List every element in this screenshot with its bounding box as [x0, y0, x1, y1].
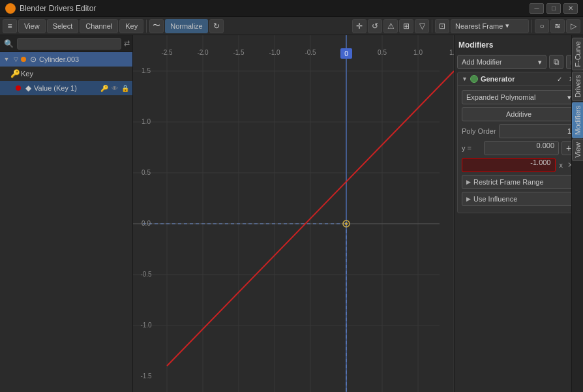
right-panel: Modifiers Add Modifier ▾ ⧉ ⧈ ▼ Generator…	[454, 35, 583, 392]
select-menu[interactable]: Select	[47, 19, 79, 33]
generator-modifier: ▼ Generator ✓ ✕ Expanded Polynomial ▾	[457, 72, 580, 213]
move-icon[interactable]: ✛	[352, 19, 366, 33]
svg-text:1.5: 1.5	[142, 67, 151, 74]
separator-2	[432, 20, 432, 33]
key-menu[interactable]: Key	[119, 19, 143, 33]
additive-label: Additive	[506, 110, 531, 118]
value-icon: ◆	[23, 83, 33, 93]
modifiers-panel: Modifiers Add Modifier ▾ ⧉ ⧈ ▼ Generator…	[455, 35, 583, 392]
normalize-button[interactable]: Normalize	[165, 19, 208, 33]
rotate-icon[interactable]: ↺	[368, 19, 382, 33]
coeff-0-input[interactable]: 0.000	[484, 141, 559, 155]
outliner-item-key[interactable]: 🔑 Key	[0, 67, 132, 81]
influence-label: Use Influence	[473, 195, 517, 203]
y-equals-label: y =	[462, 144, 481, 152]
extra-icon[interactable]: ≋	[550, 19, 565, 33]
search-bar: 🔍 ⇄	[0, 35, 132, 52]
modifier-copy-btn[interactable]: ⧉	[549, 55, 563, 69]
panel-title: Modifiers	[457, 38, 580, 52]
swap-icon[interactable]: ⇄	[124, 39, 130, 48]
view-menu[interactable]: View	[18, 19, 46, 33]
close-button[interactable]: ✕	[563, 3, 578, 14]
snap-icon[interactable]: ⊡	[435, 19, 449, 33]
outliner-item-cylinder[interactable]: ▼ ▽ ⊙ Cylinder.003	[0, 52, 132, 67]
refresh-icon[interactable]: ↻	[209, 19, 224, 33]
separator-3	[531, 20, 532, 33]
visibility-dot	[21, 57, 26, 62]
generator-expand-arrow: ▼	[462, 76, 468, 82]
add-modifier-dropdown[interactable]: Add Modifier ▾	[457, 55, 546, 69]
tab-drivers[interactable]: Drivers	[572, 72, 584, 101]
svg-text:0.5: 0.5	[378, 49, 387, 56]
coeff-1-row: -1.000 x ✕	[462, 158, 576, 172]
graph-svg: 1.5 1.0 0.5 0.0 -0.5 -1.0 -1.5 -2.5 -2.0…	[133, 35, 454, 392]
eye-icon: 👁	[110, 83, 119, 93]
proportional-icon[interactable]: ○	[535, 19, 549, 33]
svg-text:-0.5: -0.5	[140, 271, 152, 278]
key-icon: 🔑	[10, 69, 20, 78]
snapping-dropdown[interactable]: Nearest Frame ▾	[451, 19, 529, 33]
svg-text:-2.0: -2.0	[197, 49, 209, 56]
generator-header: ▼ Generator ✓ ✕	[458, 72, 580, 86]
minimize-button[interactable]: ─	[530, 3, 544, 14]
restrict-arrow: ▶	[466, 179, 471, 185]
filter-icon[interactable]: ▽	[415, 19, 429, 33]
svg-text:-1.0: -1.0	[269, 49, 280, 56]
value-label: Value (Key 1)	[34, 84, 98, 92]
camera-icon[interactable]: ⊞	[399, 19, 413, 33]
y-equals-row: y = 0.000 +	[462, 141, 576, 155]
cylinder-label: Cylinder.003	[39, 55, 130, 63]
graph-icon[interactable]: 〜	[149, 19, 164, 33]
generator-toggle[interactable]	[470, 75, 478, 83]
svg-text:-2.5: -2.5	[161, 49, 173, 56]
add-modifier-arrow: ▾	[538, 58, 542, 67]
tab-fcurve[interactable]: F-Curve	[572, 38, 584, 70]
svg-text:-0.5: -0.5	[305, 49, 316, 56]
window-controls: ─ □ ✕	[530, 3, 578, 14]
outliner-sidebar: 🔍 ⇄ ▼ ▽ ⊙ Cylinder.003 🔑 Key ◆ Value	[0, 35, 133, 392]
warning-icon[interactable]: ⚠	[383, 19, 398, 33]
cylinder-icon: ⊙	[29, 55, 38, 64]
expand-arrow-cylinder: ▼	[3, 55, 10, 63]
channel-menu[interactable]: Channel	[80, 19, 118, 33]
tab-view[interactable]: View	[572, 139, 584, 161]
svg-text:0.0: 0.0	[142, 220, 151, 227]
tab-modifiers[interactable]: Modifiers	[572, 102, 584, 138]
titlebar: Blender Drivers Editor ─ □ ✕	[0, 0, 583, 17]
main-layout: 🔍 ⇄ ▼ ▽ ⊙ Cylinder.003 🔑 Key ◆ Value	[0, 35, 583, 392]
svg-text:1.0: 1.0	[413, 49, 423, 56]
sidebar-toggle[interactable]: ▷	[566, 19, 580, 33]
x-label: x	[560, 161, 563, 169]
outliner-item-value[interactable]: ◆ Value (Key 1) 🔑 👁 🔒	[0, 81, 132, 95]
svg-text:0: 0	[344, 50, 348, 57]
svg-point-22	[345, 222, 348, 225]
svg-text:0.5: 0.5	[142, 169, 151, 176]
key-label: Key	[21, 70, 130, 78]
generator-check[interactable]: ✓	[555, 74, 564, 83]
additive-row: Additive	[462, 107, 576, 121]
generator-body: Expanded Polynomial ▾ Additive Poly Orde…	[458, 86, 580, 213]
type-dropdown[interactable]: Expanded Polynomial ▾	[462, 90, 576, 104]
app-icon	[5, 3, 16, 14]
restrict-frame-range[interactable]: ▶ Restrict Frame Range	[462, 175, 576, 189]
graph-editor[interactable]: 1.5 1.0 0.5 0.0 -0.5 -1.0 -1.5 -2.5 -2.0…	[133, 35, 454, 392]
poly-order-value[interactable]: 1	[499, 124, 576, 138]
maximize-button[interactable]: □	[546, 3, 561, 14]
snapping-arrow: ▾	[505, 22, 509, 30]
app-title: Blender Drivers Editor	[20, 4, 96, 13]
poly-order-row: Poly Order 1	[462, 124, 576, 138]
coeff-1-input[interactable]: -1.000	[462, 158, 556, 172]
outliner-content: ▼ ▽ ⊙ Cylinder.003 🔑 Key ◆ Value (Key 1)…	[0, 52, 132, 392]
add-modifier-row: Add Modifier ▾ ⧉ ⧈	[457, 55, 580, 69]
restrict-label: Restrict Frame Range	[473, 178, 544, 186]
menu-icon[interactable]: ≡	[3, 19, 17, 33]
lock-icon: 🔒	[121, 83, 130, 93]
svg-text:1.5: 1.5	[449, 49, 454, 56]
generator-name: Generator	[481, 75, 552, 83]
panel-tabs: F-Curve Drivers Modifiers View	[571, 35, 583, 392]
search-input[interactable]	[17, 38, 121, 50]
additive-button[interactable]: Additive	[462, 107, 576, 121]
influence-arrow: ▶	[466, 196, 471, 202]
svg-text:-1.0: -1.0	[140, 322, 152, 329]
use-influence[interactable]: ▶ Use Influence	[462, 192, 576, 206]
